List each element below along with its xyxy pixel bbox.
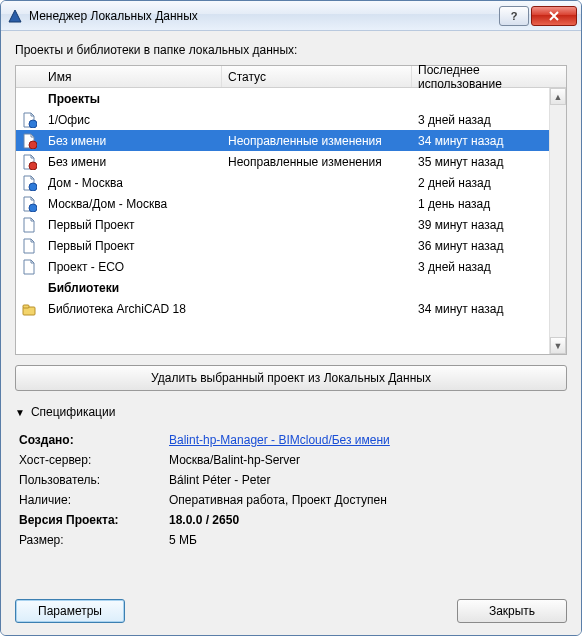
project-icon [16,235,42,256]
row-name: Библиотека ArchiCAD 18 [42,298,222,319]
row-name: Первый Проект [42,214,222,235]
spec-size-label: Размер: [19,533,169,547]
row-status [222,109,412,130]
row-last-used: 2 дней назад [412,172,549,193]
svg-rect-6 [23,305,29,308]
specifications-label: Спецификации [31,405,115,419]
row-last-used: 39 минут назад [412,214,549,235]
parameters-button[interactable]: Параметры [15,599,125,623]
table-row[interactable]: Без имениНеоправленные изменения35 минут… [16,151,549,172]
row-last-used: 3 дней назад [412,109,549,130]
table-row[interactable]: 1/Офис3 дней назад [16,109,549,130]
row-last-used: 1 день назад [412,193,549,214]
table-row[interactable]: Первый Проект36 минут назад [16,235,549,256]
row-status [222,214,412,235]
project-icon [16,193,42,214]
spec-avail-label: Наличие: [19,493,169,507]
scroll-up-icon[interactable]: ▲ [550,88,566,105]
spec-created-link[interactable]: Balint-hp-Manager - BIMcloud/Без имени [169,433,390,447]
dialog-content: Проекты и библиотеки в папке локальных д… [1,31,581,635]
list-body: Проекты1/Офис3 дней назадБез имениНеопра… [16,88,566,354]
row-last-used: 36 минут назад [412,235,549,256]
table-row[interactable]: Дом - Москва2 дней назад [16,172,549,193]
svg-point-1 [29,141,37,149]
header-icon-col[interactable] [16,66,42,87]
group-libraries[interactable]: Библиотеки [16,277,549,298]
project-icon [16,130,42,151]
scrollbar-vertical[interactable]: ▲ ▼ [549,88,566,354]
row-name: 1/Офис [42,109,222,130]
data-list: Имя Статус Последнее использование Проек… [15,65,567,355]
group-projects[interactable]: Проекты [16,88,549,109]
row-last-used: 34 минут назад [412,130,549,151]
row-status: Неоправленные изменения [222,130,412,151]
svg-point-4 [29,204,37,212]
row-status [222,235,412,256]
close-dialog-button[interactable]: Закрыть [457,599,567,623]
svg-point-0 [29,120,37,128]
spec-host-label: Хост-сервер: [19,453,169,467]
table-row[interactable]: Библиотека ArchiCAD 1834 минут назад [16,298,549,319]
app-icon [7,8,23,24]
table-row[interactable]: Проект - ECO3 дней назад [16,256,549,277]
spec-host-value: Москва/Balint-hp-Server [169,453,567,467]
close-button[interactable] [531,6,577,26]
delete-project-button[interactable]: Удалить выбранный проект из Локальных Да… [15,365,567,391]
row-name: Без имени [42,130,222,151]
help-button[interactable]: ? [499,6,529,26]
header-name[interactable]: Имя [42,66,222,87]
table-row[interactable]: Первый Проект39 минут назад [16,214,549,235]
row-name: Дом - Москва [42,172,222,193]
row-status: Неоправленные изменения [222,151,412,172]
project-icon [16,214,42,235]
project-icon [16,109,42,130]
specifications-panel: Создано: Balint-hp-Manager - BIMcloud/Бе… [15,433,567,547]
library-icon [16,298,42,319]
window-title: Менеджер Локальных Данных [29,9,497,23]
spec-created-value: Balint-hp-Manager - BIMcloud/Без имени [169,433,567,447]
project-icon [16,151,42,172]
row-last-used: 3 дней назад [412,256,549,277]
row-name: Без имени [42,151,222,172]
row-name: Первый Проект [42,235,222,256]
header-status[interactable]: Статус [222,66,412,87]
project-icon [16,172,42,193]
scroll-track[interactable] [550,105,566,337]
row-status [222,298,412,319]
window-buttons: ? [497,6,577,26]
spec-size-value: 5 МБ [169,533,567,547]
scroll-down-icon[interactable]: ▼ [550,337,566,354]
spec-created-label: Создано: [19,433,169,447]
row-status [222,256,412,277]
spec-user-label: Пользователь: [19,473,169,487]
table-row[interactable]: Без имениНеоправленные изменения34 минут… [16,130,549,151]
row-status [222,172,412,193]
row-status [222,193,412,214]
specifications-toggle[interactable]: ▼ Спецификации [15,405,567,419]
spec-version-label: Версия Проекта: [19,513,169,527]
list-header: Имя Статус Последнее использование [16,66,566,88]
dialog-footer: Параметры Закрыть [15,585,567,623]
row-name: Проект - ECO [42,256,222,277]
svg-point-3 [29,183,37,191]
project-icon [16,256,42,277]
spec-version-value: 18.0.0 / 2650 [169,513,567,527]
prompt-label: Проекты и библиотеки в папке локальных д… [15,43,567,57]
titlebar: Менеджер Локальных Данных ? [1,1,581,31]
spec-avail-value: Оперативная работа, Проект Доступен [169,493,567,507]
table-row[interactable]: Москва/Дом - Москва1 день назад [16,193,549,214]
row-last-used: 35 минут назад [412,151,549,172]
svg-point-2 [29,162,37,170]
row-last-used: 34 минут назад [412,298,549,319]
dialog-window: Менеджер Локальных Данных ? Проекты и би… [0,0,582,636]
spec-user-value: Bálint Péter - Peter [169,473,567,487]
row-name: Москва/Дом - Москва [42,193,222,214]
header-last-used[interactable]: Последнее использование [412,66,566,87]
chevron-down-icon: ▼ [15,407,25,418]
